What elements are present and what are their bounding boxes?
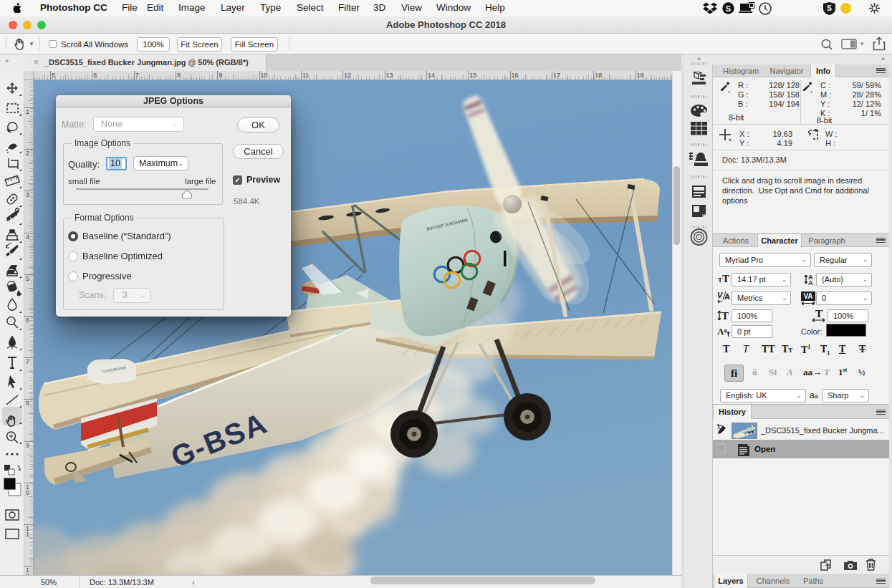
svg-text:V: V	[717, 291, 724, 299]
svg-text:S: S	[726, 4, 731, 13]
svg-text:S: S	[827, 4, 832, 12]
svg-text:T: T	[815, 309, 823, 319]
svg-text:T: T	[721, 310, 729, 322]
svg-text:A: A	[808, 279, 813, 286]
svg-text:a: a	[724, 327, 727, 334]
svg-text:A: A	[724, 292, 730, 301]
